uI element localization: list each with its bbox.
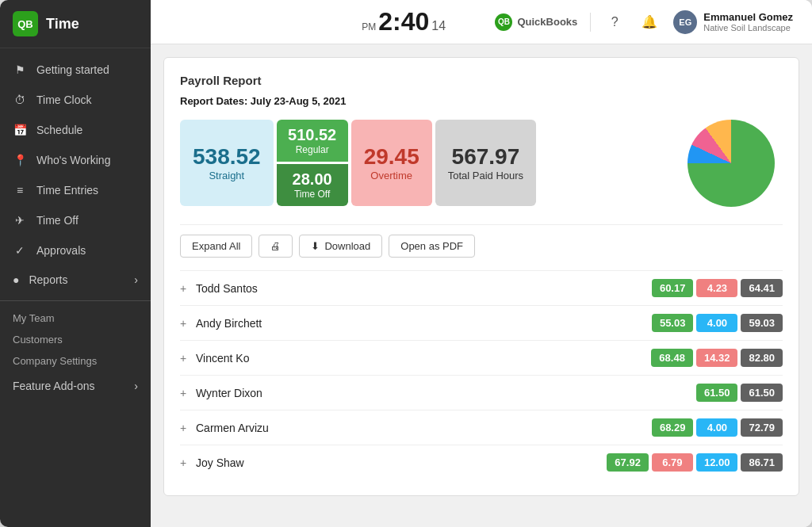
user-name: Emmanuel Gomez — [703, 11, 793, 23]
straight-label-2: Straight — [209, 170, 244, 181]
sidebar-item-getting-started[interactable]: ⚑ Getting started — [0, 55, 151, 85]
stat-timeoff-box: 28.00 Time Off — [277, 164, 348, 206]
regular-value-2: 510.52 — [288, 126, 336, 144]
clock-time: 2:40 — [378, 7, 429, 36]
employee-list: + Todd Santos 60.174.2364.41 + Andy Birc… — [180, 270, 783, 479]
badge-salmon: 14.32 — [696, 349, 738, 367]
total-label: Total Paid Hours — [448, 170, 523, 181]
bell-icon[interactable]: 🔔 — [638, 11, 661, 33]
expand-icon[interactable]: + — [180, 352, 196, 365]
stats-row-full: 538.52 Straight 510.52 Regular 28.00 T — [180, 120, 688, 206]
open-pdf-button[interactable]: Open as PDF — [389, 235, 475, 258]
stat-total-box: 567.97 Total Paid Hours — [435, 120, 536, 206]
section-divider — [180, 224, 783, 225]
stat-regular-box: 510.52 Regular — [277, 120, 348, 162]
overtime-value: 29.45 — [364, 144, 419, 170]
sidebar-item-company-settings[interactable]: Company Settings — [0, 350, 151, 372]
sidebar-item-time-clock[interactable]: ⏱ Time Clock — [0, 85, 151, 115]
employee-name: Andy Birchett — [196, 317, 652, 330]
print-icon: 🖨 — [270, 240, 281, 252]
sidebar-label-time-off: Time Off — [36, 214, 79, 227]
logo-icon: QB — [13, 11, 38, 36]
sidebar-item-customers[interactable]: Customers — [0, 329, 151, 350]
user-info[interactable]: EG Emmanuel Gomez Native Soil Landscape — [673, 10, 793, 34]
stat-straight-box: 538.52 Straight — [180, 120, 274, 206]
user-details: Emmanuel Gomez Native Soil Landscape — [703, 11, 793, 32]
expand-all-button[interactable]: Expand All — [180, 235, 252, 258]
sidebar-item-time-entries[interactable]: ≡ Time Entries — [0, 175, 151, 205]
expand-icon[interactable]: + — [180, 282, 196, 295]
expand-icon[interactable]: + — [180, 387, 196, 399]
badge-total: 72.79 — [741, 418, 783, 437]
badge-salmon: 4.23 — [696, 279, 737, 297]
flag-icon: ⚑ — [13, 63, 27, 77]
timeoff-label: Time Off — [294, 189, 330, 200]
straight-value-2: 538.52 — [193, 144, 261, 170]
sidebar-logo[interactable]: QB Time — [0, 0, 151, 48]
stat-overtime-box: 29.45 Overtime — [351, 120, 432, 206]
main-area: PM 2:40 14 QB QuickBooks ? 🔔 EG Emmanuel… — [151, 0, 812, 527]
content: Payroll Report Report Dates: July 23-Aug… — [151, 44, 812, 527]
download-button[interactable]: ⬇ Download — [299, 235, 382, 258]
sidebar-label-schedule: Schedule — [36, 124, 82, 136]
expand-icon[interactable]: + — [180, 317, 196, 330]
timeoff-value: 28.00 — [293, 170, 332, 189]
badge-total: 64.41 — [741, 279, 783, 297]
download-icon: ⬇ — [311, 240, 320, 252]
sidebar-nav: ⚑ Getting started ⏱ Time Clock 📅 Schedul… — [0, 48, 151, 527]
sidebar-item-time-off[interactable]: ✈ Time Off — [0, 205, 151, 235]
location-icon: 📍 — [13, 153, 27, 167]
header-divider — [590, 13, 591, 32]
calendar-icon: 📅 — [13, 123, 27, 137]
table-row: + Andy Birchett 55.034.0059.03 — [180, 305, 783, 340]
chevron-right-icon-addons: › — [134, 380, 138, 392]
employee-name: Wynter Dixon — [196, 387, 696, 399]
quickbooks-logo[interactable]: QB QuickBooks — [495, 13, 577, 31]
chart-icon: ● — [13, 273, 19, 286]
badge-green: 67.92 — [607, 453, 649, 472]
clock-ampm: PM — [362, 21, 376, 32]
table-row: + Carmen Arvizu 68.294.0072.79 — [180, 410, 783, 445]
report-title: Payroll Report — [180, 74, 783, 87]
table-row: + Vincent Ko 68.4814.3282.80 — [180, 340, 783, 375]
sidebar-label-approvals: Approvals — [36, 244, 86, 257]
badge-total: 61.50 — [741, 384, 783, 402]
regular-label-2: Regular — [296, 144, 329, 155]
badge-blue: 12.00 — [696, 453, 738, 472]
badge-green: 55.03 — [652, 314, 694, 332]
clock-seconds: 14 — [431, 19, 446, 33]
badge-blue: 4.00 — [696, 314, 737, 332]
sidebar-label-time-clock: Time Clock — [36, 94, 92, 106]
badge-blue: 4.00 — [696, 418, 737, 437]
row-badges: 68.4814.3282.80 — [651, 349, 783, 367]
total-value: 567.97 — [452, 144, 520, 170]
row-badges: 68.294.0072.79 — [652, 418, 783, 437]
sidebar-item-feature-addons[interactable]: Feature Add-ons › — [0, 372, 151, 400]
sidebar-item-reports[interactable]: ● Reports › — [0, 265, 151, 294]
badge-green: 68.48 — [651, 349, 693, 367]
employee-name: Joy Shaw — [196, 456, 607, 469]
sidebar-label-reports: Reports — [29, 273, 67, 286]
row-badges: 55.034.0059.03 — [652, 314, 783, 332]
list-icon: ≡ — [13, 183, 27, 197]
avatar: EG — [673, 10, 697, 34]
user-company: Native Soil Landscape — [703, 23, 793, 32]
sidebar-item-whos-working[interactable]: 📍 Who's Working — [0, 145, 151, 175]
row-badges: 60.174.2364.41 — [652, 279, 783, 297]
table-row: + Todd Santos 60.174.2364.41 — [180, 270, 783, 305]
overtime-label: Overtime — [370, 170, 412, 181]
sidebar-item-approvals[interactable]: ✓ Approvals — [0, 235, 151, 265]
expand-icon[interactable]: + — [180, 456, 196, 469]
expand-icon[interactable]: + — [180, 422, 196, 434]
plane-icon: ✈ — [13, 213, 27, 227]
pie-chart-area — [688, 120, 783, 215]
row-badges: 61.5061.50 — [696, 384, 783, 402]
print-button[interactable]: 🖨 — [259, 235, 293, 258]
sidebar-label-getting-started: Getting started — [36, 63, 109, 76]
table-row: + Joy Shaw 67.926.7912.0086.71 — [180, 445, 783, 479]
sidebar-item-schedule[interactable]: 📅 Schedule — [0, 115, 151, 145]
check-icon: ✓ — [13, 243, 27, 258]
sidebar-item-my-team[interactable]: My Team — [0, 307, 151, 329]
help-icon[interactable]: ? — [603, 11, 626, 33]
header-right: QB QuickBooks ? 🔔 EG Emmanuel Gomez Nati… — [495, 10, 793, 34]
